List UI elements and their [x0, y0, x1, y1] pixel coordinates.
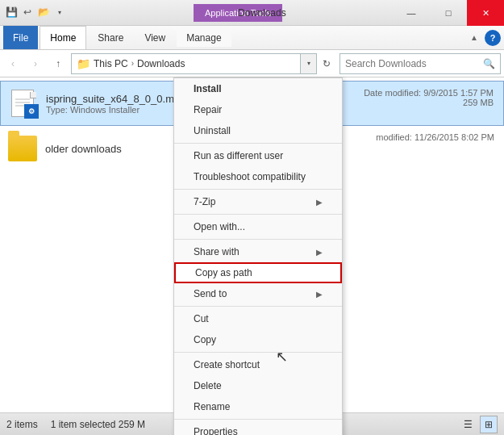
cm-sep-6 [174, 352, 342, 353]
cm-item-install[interactable]: Install [174, 78, 342, 99]
help-button[interactable]: ? [485, 30, 501, 46]
cm-sep-7 [174, 419, 342, 420]
search-input[interactable] [345, 58, 480, 69]
quick-access-toolbar: 💾 ↩ 📂 ▾ [4, 5, 67, 19]
selection-info: 1 item selected 259 M [51, 419, 145, 430]
cm-item-open-with[interactable]: Open with... [174, 216, 342, 237]
tab-manage[interactable]: Manage [177, 29, 231, 47]
back-icon: ‹ [11, 58, 15, 69]
cm-item-send-to[interactable]: Send to ▶ [174, 283, 342, 304]
view-list-button[interactable]: ☰ [459, 416, 477, 433]
tab-view[interactable]: View [135, 26, 175, 49]
path-downloads[interactable]: Downloads [137, 58, 185, 69]
view-controls: ☰ ⊞ [459, 416, 498, 433]
search-box[interactable]: 🔍 [339, 53, 501, 74]
context-menu: Install Repair Uninstall Run as differen… [173, 77, 343, 435]
title-bar: 💾 ↩ 📂 ▾ Application Tools Downloads — □ … [0, 0, 504, 26]
window-title: Downloads [238, 7, 285, 19]
cm-item-copy[interactable]: Copy [174, 329, 342, 350]
cm-arrow-send: ▶ [316, 290, 323, 299]
back-button[interactable]: ‹ [3, 54, 23, 73]
qa-save-icon[interactable]: 💾 [4, 5, 19, 19]
tab-share[interactable]: Share [88, 26, 133, 49]
ribbon: File Home Share View Manage ▲ ? [0, 26, 504, 50]
forward-button[interactable]: › [26, 54, 45, 73]
search-icon[interactable]: 🔍 [483, 58, 495, 69]
address-dropdown-button[interactable]: ▾ [301, 53, 317, 74]
cm-sep-5 [174, 306, 342, 307]
cm-sep-1 [174, 143, 342, 144]
window-controls: — □ ✕ [393, 0, 504, 26]
refresh-icon: ↻ [323, 58, 331, 69]
close-button[interactable]: ✕ [467, 0, 504, 26]
up-icon: ↑ [56, 58, 60, 69]
cm-item-repair[interactable]: Repair [174, 99, 342, 120]
cm-item-create-shortcut[interactable]: Create shortcut [174, 354, 342, 375]
context-menu-overlay: Install Repair Uninstall Run as differen… [0, 77, 504, 412]
cm-item-cut[interactable]: Cut [174, 308, 342, 329]
qa-undo-icon[interactable]: ↩ [20, 5, 35, 19]
main-area: ⚙ ispring_suite_x64_8_0_0.msi Type: Wind… [0, 77, 504, 412]
path-this-pc[interactable]: This PC [94, 58, 128, 69]
address-path[interactable]: 📁 This PC › Downloads [71, 53, 301, 74]
cm-sep-4 [174, 239, 342, 240]
cm-item-uninstall[interactable]: Uninstall [174, 120, 342, 141]
view-icons-icon: ⊞ [485, 419, 493, 430]
folder-icon-small: 📁 [77, 57, 90, 70]
ribbon-collapse-icon[interactable]: ▲ [467, 31, 481, 44]
cm-item-rename[interactable]: Rename [174, 396, 342, 417]
maximize-button[interactable]: □ [430, 0, 467, 26]
refresh-button[interactable]: ↻ [317, 54, 336, 73]
file-list: ⚙ ispring_suite_x64_8_0_0.msi Type: Wind… [0, 77, 504, 412]
cm-arrow-share: ▶ [316, 248, 323, 257]
item-count: 2 items [6, 419, 38, 430]
qa-folder-icon[interactable]: 📂 [36, 5, 51, 19]
qa-dropdown-icon[interactable]: ▾ [52, 5, 67, 19]
cm-item-troubleshoot[interactable]: Troubleshoot compatibility [174, 166, 342, 187]
cm-item-delete[interactable]: Delete [174, 375, 342, 396]
view-icons-button[interactable]: ⊞ [480, 416, 498, 433]
cm-item-7zip[interactable]: 7-Zip ▶ [174, 191, 342, 212]
cm-arrow-7zip: ▶ [316, 198, 323, 207]
cm-sep-3 [174, 214, 342, 215]
cm-item-copy-as-path[interactable]: Copy as path [174, 262, 342, 283]
view-list-icon: ☰ [464, 419, 473, 430]
tab-home[interactable]: Home [40, 26, 86, 49]
up-button[interactable]: ↑ [48, 54, 68, 73]
cm-item-run-as[interactable]: Run as different user [174, 145, 342, 166]
address-bar: ‹ › ↑ 📁 This PC › Downloads ▾ ↻ 🔍 [0, 50, 504, 77]
forward-icon: › [34, 58, 37, 69]
minimize-button[interactable]: — [393, 0, 430, 26]
ribbon-right: ▲ ? [467, 30, 501, 46]
cm-sep-2 [174, 189, 342, 190]
cm-item-share-with[interactable]: Share with ▶ [174, 241, 342, 262]
cm-item-properties[interactable]: Properties [174, 421, 342, 435]
tab-file[interactable]: File [3, 26, 38, 49]
